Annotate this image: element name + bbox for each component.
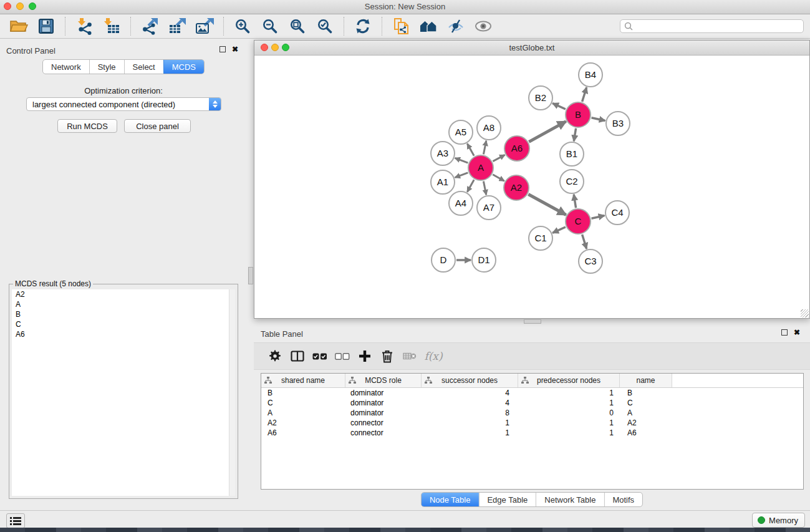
node-A6[interactable]: A6 bbox=[504, 136, 529, 161]
edge-C-C1[interactable] bbox=[552, 227, 566, 233]
column-header-name[interactable]: name bbox=[620, 374, 672, 387]
edge-A-A7[interactable] bbox=[483, 181, 486, 195]
add-column-icon[interactable] bbox=[354, 347, 376, 365]
table-cell[interactable]: A2 bbox=[620, 418, 672, 427]
column-header-shared-name[interactable]: shared name bbox=[261, 374, 345, 387]
node-C1[interactable]: C1 bbox=[529, 226, 552, 250]
edge-B-B4[interactable] bbox=[582, 87, 587, 102]
mcds-result-item[interactable]: A bbox=[12, 299, 235, 309]
mcds-result-item[interactable]: A2 bbox=[12, 289, 235, 299]
node-D[interactable]: D bbox=[432, 248, 455, 272]
refresh-layout-icon[interactable] bbox=[351, 16, 375, 37]
table-cell[interactable]: A2 bbox=[261, 418, 345, 427]
node-A[interactable]: A bbox=[468, 155, 493, 180]
zoom-selected-icon[interactable] bbox=[313, 16, 337, 37]
delete-table-icon[interactable] bbox=[398, 347, 421, 365]
node-C3[interactable]: C3 bbox=[579, 249, 602, 273]
table-row[interactable]: A2connector11A2 bbox=[261, 418, 803, 428]
table-row[interactable]: A6connector11A6 bbox=[261, 428, 803, 438]
edge-A-A4[interactable] bbox=[467, 180, 474, 192]
column-header-predecessor-nodes[interactable]: predecessor nodes bbox=[518, 374, 620, 387]
mcds-result-item[interactable]: A6 bbox=[12, 329, 235, 339]
table-cell[interactable]: C bbox=[620, 399, 672, 407]
export-network-icon[interactable] bbox=[138, 16, 162, 37]
zoom-in-icon[interactable] bbox=[231, 16, 254, 37]
hide-graphics-details-icon[interactable] bbox=[444, 16, 468, 37]
memory-button[interactable]: Memory bbox=[752, 513, 805, 528]
tab-node-table[interactable]: Node Table bbox=[422, 493, 479, 506]
table-cell[interactable]: C bbox=[261, 399, 345, 407]
export-image-icon[interactable] bbox=[193, 16, 216, 37]
close-panel-icon[interactable]: ✖ bbox=[794, 329, 800, 336]
table-cell[interactable]: 1 bbox=[422, 418, 518, 427]
table-cell[interactable]: connector bbox=[345, 418, 422, 427]
edge-A-A8[interactable] bbox=[483, 141, 486, 155]
table-cell[interactable]: connector bbox=[345, 428, 422, 437]
select-all-columns-icon[interactable] bbox=[309, 347, 331, 365]
delete-columns-icon[interactable] bbox=[376, 347, 398, 365]
edge-B-B2[interactable] bbox=[552, 104, 566, 109]
mcds-result-scrollbar[interactable] bbox=[229, 289, 235, 496]
table-cell[interactable]: dominator bbox=[345, 399, 422, 407]
node-B4[interactable]: B4 bbox=[579, 63, 602, 87]
tab-network[interactable]: Network bbox=[43, 60, 89, 74]
edge-A6-B[interactable] bbox=[529, 122, 566, 142]
save-icon[interactable] bbox=[34, 16, 58, 37]
tab-select[interactable]: Select bbox=[124, 60, 163, 74]
table-cell[interactable]: dominator bbox=[345, 409, 422, 417]
column-header-mcds-role[interactable]: MCDS role bbox=[345, 374, 422, 387]
table-cell[interactable]: 8 bbox=[422, 409, 518, 417]
table-cell[interactable]: 1 bbox=[518, 399, 620, 407]
table-cell[interactable]: B bbox=[261, 389, 345, 397]
table-row[interactable]: Adominator80A bbox=[261, 408, 803, 418]
node-B3[interactable]: B3 bbox=[606, 112, 630, 135]
edge-A-A3[interactable] bbox=[455, 158, 468, 163]
edge-C-C4[interactable] bbox=[592, 216, 605, 219]
table-row[interactable]: Bdominator41B bbox=[261, 388, 803, 398]
import-table-icon[interactable] bbox=[100, 16, 123, 37]
edge-A2-C[interactable] bbox=[528, 195, 566, 215]
node-A1[interactable]: A1 bbox=[431, 170, 455, 194]
edge-B-B3[interactable] bbox=[592, 118, 605, 121]
float-panel-icon[interactable] bbox=[219, 46, 226, 52]
edge-C-C2[interactable] bbox=[574, 195, 576, 208]
edge-A-A5[interactable] bbox=[467, 143, 474, 156]
open-folder-icon[interactable] bbox=[7, 16, 31, 37]
table-cell[interactable]: A6 bbox=[620, 428, 672, 437]
node-C2[interactable]: C2 bbox=[560, 170, 584, 193]
table-cell[interactable]: 1 bbox=[518, 418, 620, 427]
table-cell[interactable]: 0 bbox=[518, 409, 620, 417]
home-pair-icon[interactable] bbox=[417, 16, 440, 37]
node-A8[interactable]: A8 bbox=[477, 116, 501, 140]
table-cell[interactable]: 1 bbox=[422, 428, 518, 437]
node-B[interactable]: B bbox=[566, 102, 591, 127]
column-header-successor-nodes[interactable]: successor nodes bbox=[422, 374, 518, 387]
table-cell[interactable]: dominator bbox=[345, 389, 422, 397]
criterion-dropdown[interactable]: largest connected component (directed) bbox=[26, 97, 221, 111]
node-A3[interactable]: A3 bbox=[431, 142, 455, 165]
node-C4[interactable]: C4 bbox=[605, 201, 629, 225]
float-panel-icon[interactable] bbox=[781, 329, 788, 336]
export-table-icon[interactable] bbox=[165, 16, 189, 37]
table-cell[interactable]: 4 bbox=[422, 399, 518, 407]
table-cell[interactable]: A bbox=[620, 409, 672, 417]
search-input[interactable] bbox=[620, 19, 804, 33]
mcds-result-list[interactable]: A2ABCA6 bbox=[12, 289, 235, 496]
tab-edge-table[interactable]: Edge Table bbox=[478, 493, 536, 506]
network-canvas[interactable]: B4B2BB3A8A5A6A3B1AA1C2A2A4A7C4CC1DD1C3 bbox=[254, 55, 809, 317]
mcds-result-item[interactable]: C bbox=[12, 319, 235, 329]
table-cell[interactable]: B bbox=[620, 389, 672, 397]
node-B2[interactable]: B2 bbox=[529, 86, 552, 110]
node-C[interactable]: C bbox=[566, 209, 591, 234]
close-panel-icon[interactable]: ✖ bbox=[232, 46, 238, 53]
edge-B-B1[interactable] bbox=[574, 128, 576, 142]
table-cell[interactable]: 4 bbox=[422, 389, 518, 397]
task-history-button[interactable] bbox=[6, 513, 25, 528]
edge-A-A1[interactable] bbox=[455, 173, 468, 178]
tab-style[interactable]: Style bbox=[89, 60, 124, 74]
show-graphics-details-icon[interactable] bbox=[471, 16, 495, 37]
node-B1[interactable]: B1 bbox=[560, 142, 584, 166]
edge-A-A6[interactable] bbox=[493, 155, 504, 161]
table-cell[interactable]: 1 bbox=[518, 428, 620, 437]
duplicate-network-icon[interactable] bbox=[389, 16, 413, 37]
